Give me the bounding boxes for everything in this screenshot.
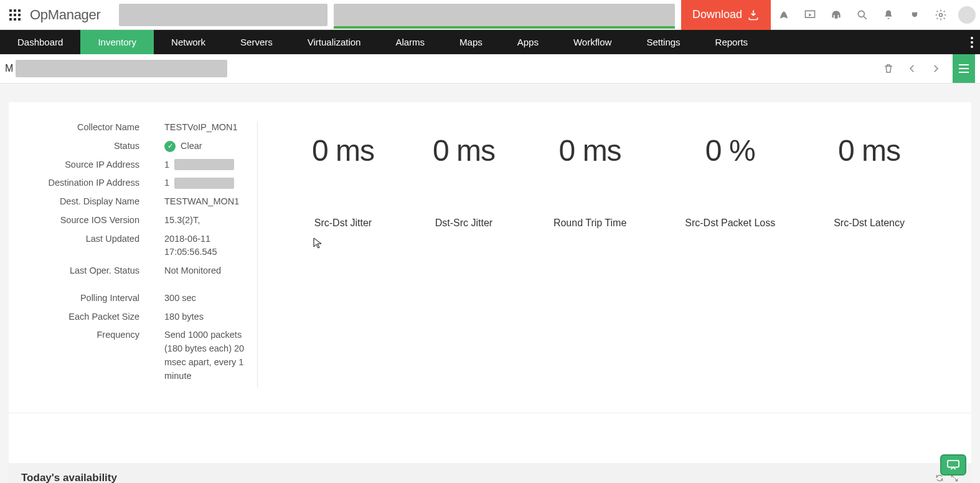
svg-rect-1	[14, 9, 16, 12]
nav-maps[interactable]: Maps	[442, 30, 500, 54]
availability-header: Today's availability	[9, 463, 971, 483]
metric-label: Dst-Src Jitter	[433, 218, 495, 229]
prev-icon[interactable]	[902, 58, 923, 79]
detail-value: 180 bytes	[139, 310, 245, 324]
detail-label: Collector Name	[21, 121, 139, 135]
detail-label: Status	[21, 140, 139, 153]
svg-rect-6	[9, 18, 12, 21]
plug-icon[interactable]	[902, 0, 928, 30]
svg-point-12	[971, 37, 973, 39]
masked-value	[174, 178, 234, 189]
gear-icon[interactable]	[928, 0, 954, 30]
svg-rect-5	[18, 14, 21, 16]
detail-label: Destination IP Address	[21, 176, 139, 190]
apps-grid-icon[interactable]	[0, 9, 30, 21]
metric: 0 msSrc-Dst Latency	[834, 133, 905, 229]
nav-apps[interactable]: Apps	[500, 30, 556, 54]
detail-value: 2018-06-11 17:05:56.545	[139, 232, 245, 260]
logo: OpManager	[30, 7, 100, 23]
detail-row: Source IOS Version15.3(2)T,	[21, 214, 245, 227]
nav-inventory[interactable]: Inventory	[80, 30, 154, 54]
top-placeholder-1	[119, 4, 327, 26]
nav-settings[interactable]: Settings	[629, 30, 697, 54]
metric-value: 0 ms	[433, 133, 495, 168]
detail-value: TESTVoIP_MON1	[139, 121, 245, 135]
svg-rect-8	[18, 18, 21, 21]
nav-more-icon[interactable]	[964, 30, 980, 54]
detail-value: TESTWAN_MON1	[139, 195, 245, 209]
svg-point-14	[971, 45, 973, 48]
metric-label: Round Trip Time	[554, 218, 626, 229]
detail-row: Status✓Clear	[21, 140, 245, 153]
svg-point-13	[971, 41, 973, 44]
detail-row: Polling Interval300 sec	[21, 292, 245, 305]
svg-rect-3	[9, 14, 12, 16]
svg-point-11	[940, 13, 943, 16]
availability-title: Today's availability	[21, 472, 117, 483]
detail-row: Destination IP Address1	[21, 176, 245, 190]
metric: 0 msRound Trip Time	[554, 133, 626, 229]
masked-value	[174, 159, 234, 170]
metric-value: 0 ms	[554, 133, 626, 168]
nav-reports[interactable]: Reports	[698, 30, 766, 54]
status-check-icon: ✓	[164, 141, 176, 152]
presentation-icon[interactable]	[797, 0, 823, 30]
svg-rect-7	[14, 18, 16, 21]
rocket-icon[interactable]	[771, 0, 797, 30]
detail-value: 1	[139, 158, 245, 172]
chat-fab[interactable]	[940, 454, 966, 476]
menu-icon[interactable]	[953, 54, 975, 83]
detail-row: FrequencySend 1000 packets (180 bytes ea…	[21, 328, 245, 383]
detail-label: Source IOS Version	[21, 214, 139, 227]
headset-icon[interactable]	[823, 0, 849, 30]
detail-label: Dest. Display Name	[21, 195, 139, 209]
nav-virtualization[interactable]: Virtualization	[290, 30, 379, 54]
detail-row: Each Packet Size180 bytes	[21, 310, 245, 324]
nav-workflow[interactable]: Workflow	[556, 30, 629, 54]
nav-alarms[interactable]: Alarms	[378, 30, 442, 54]
svg-rect-4	[14, 14, 16, 16]
detail-label: Last Oper. Status	[21, 264, 139, 278]
metric: 0 msSrc-Dst Jitter	[312, 133, 374, 229]
metric-value: 0 ms	[312, 133, 374, 168]
nav-network[interactable]: Network	[154, 30, 223, 54]
detail-label: Polling Interval	[21, 292, 139, 305]
detail-row: Source IP Address1	[21, 158, 245, 172]
detail-row: Dest. Display NameTESTWAN_MON1	[21, 195, 245, 209]
download-button[interactable]: Download	[681, 0, 771, 30]
search-icon[interactable]	[849, 0, 875, 30]
metric: 0 msDst-Src Jitter	[433, 133, 495, 229]
nav-dashboard[interactable]: Dashboard	[0, 30, 80, 54]
next-icon[interactable]	[925, 58, 946, 79]
svg-point-10	[858, 11, 864, 17]
detail-value: 15.3(2)T,	[139, 214, 245, 227]
page-title-placeholder	[16, 60, 227, 77]
download-icon	[747, 9, 760, 21]
detail-row: Last Updated2018-06-11 17:05:56.545	[21, 232, 245, 260]
svg-rect-0	[9, 9, 12, 12]
svg-rect-15	[948, 461, 959, 467]
bell-icon[interactable]	[875, 0, 902, 30]
detail-value: Not Monitored	[139, 264, 245, 278]
detail-value: ✓Clear	[139, 140, 245, 153]
delete-icon[interactable]	[878, 58, 899, 79]
detail-row: Collector NameTESTVoIP_MON1	[21, 121, 245, 135]
svg-rect-2	[18, 9, 21, 12]
page-title-prefix: M	[5, 63, 13, 74]
detail-value: Send 1000 packets (180 bytes each) 20 ms…	[139, 328, 245, 383]
metric: 0 %Src-Dst Packet Loss	[685, 133, 775, 229]
detail-label: Last Updated	[21, 232, 139, 260]
metric-label: Src-Dst Latency	[834, 218, 905, 229]
metric-value: 0 %	[685, 133, 775, 168]
user-avatar[interactable]	[954, 0, 980, 30]
detail-label: Source IP Address	[21, 158, 139, 172]
detail-label: Frequency	[21, 328, 139, 383]
detail-label: Each Packet Size	[21, 310, 139, 324]
metric-label: Src-Dst Jitter	[312, 218, 374, 229]
nav-servers[interactable]: Servers	[223, 30, 290, 54]
metric-label: Src-Dst Packet Loss	[685, 218, 775, 229]
metric-value: 0 ms	[834, 133, 905, 168]
download-label: Download	[692, 8, 742, 21]
detail-row: Last Oper. StatusNot Monitored	[21, 264, 245, 278]
detail-value: 1	[139, 176, 245, 190]
